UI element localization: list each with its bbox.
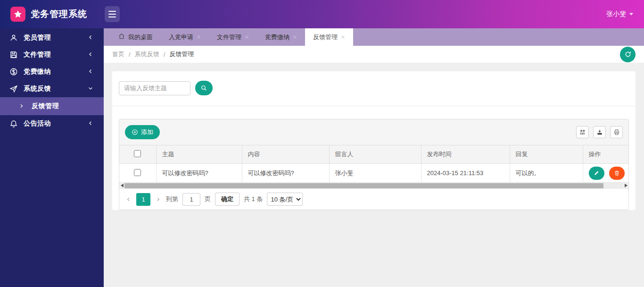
brand: 党务管理系统 [0, 7, 104, 22]
page-body: 添加 [104, 63, 644, 287]
columns-icon [579, 129, 586, 135]
refresh-button[interactable] [620, 47, 636, 62]
cell-subject: 可以修改密码吗? [156, 164, 242, 183]
next-page-button[interactable] [155, 196, 162, 203]
toolbar-icons [576, 126, 623, 138]
app-logo-icon [10, 7, 25, 22]
sidebar-item-files[interactable]: 文件管理 [0, 46, 104, 63]
tab-label: 我的桌面 [128, 33, 153, 42]
table-panel: 添加 [119, 119, 629, 210]
sidebar-item-label: 党费缴纳 [24, 68, 88, 76]
scroll-right-arrow[interactable] [623, 183, 628, 189]
user-menu[interactable]: 张小斐 [606, 10, 644, 18]
sidebar-item-label: 系统反馈 [24, 84, 88, 93]
row-checkbox[interactable] [134, 169, 141, 176]
close-icon[interactable] [197, 34, 201, 41]
cell-content: 可以修改密码吗? [242, 164, 329, 183]
select-all-header [119, 145, 156, 164]
username: 张小斐 [606, 10, 626, 18]
sidebar-item-announcements[interactable]: 公告活动 [0, 115, 104, 132]
tab-label: 文件管理 [217, 33, 241, 42]
chevron-down-icon [88, 85, 93, 93]
feedback-card: 添加 [112, 71, 636, 210]
tab-dues[interactable]: 党费缴纳 [257, 28, 305, 46]
close-icon[interactable] [293, 34, 297, 41]
add-button[interactable]: 添加 [125, 125, 160, 139]
total-count-label: 共 1 条 [244, 195, 263, 203]
pagination: 1 到第 页 确定 共 1 条 10 条/页 [119, 189, 628, 210]
breadcrumb: 首页 / 系统反馈 / 反馈管理 [112, 50, 194, 59]
page-size-select[interactable]: 10 条/页 [267, 193, 303, 206]
divider [112, 106, 636, 106]
tab-feedback-management[interactable]: 反馈管理 [305, 28, 353, 46]
scroll-left-arrow[interactable] [119, 183, 124, 189]
close-icon[interactable] [341, 34, 345, 41]
chevron-left-icon [126, 197, 131, 202]
horizontal-scrollbar [119, 183, 628, 189]
feedback-table: 主题 内容 留言人 发布时间 回复 操作 [119, 145, 628, 183]
plus-circle-icon [132, 129, 138, 135]
main: 党员管理 文件管理 党费缴纳 [0, 28, 644, 287]
breadcrumb-separator: / [164, 51, 165, 58]
tabbar: 我的桌面 入党申请 文件管理 党费缴纳 [104, 28, 644, 46]
sidebar-item-dues[interactable]: 党费缴纳 [0, 63, 104, 80]
print-icon [613, 129, 620, 135]
column-header-reply: 回复 [510, 145, 583, 164]
sidebar: 党员管理 文件管理 党费缴纳 [0, 28, 104, 287]
content: 我的桌面 入党申请 文件管理 党费缴纳 [104, 28, 644, 287]
user-icon [9, 34, 18, 42]
sidebar-item-label: 党员管理 [24, 34, 88, 42]
select-all-checkbox[interactable] [134, 150, 141, 157]
column-header-author: 留言人 [329, 145, 421, 164]
column-header-actions: 操作 [583, 145, 628, 164]
trash-icon [614, 170, 620, 176]
chevron-right-icon [19, 102, 24, 110]
row-select-cell [119, 164, 156, 183]
breadcrumb-home[interactable]: 首页 [112, 50, 124, 59]
page-unit-label: 页 [205, 195, 211, 203]
chevron-left-icon [88, 51, 93, 59]
sidebar-item-feedback[interactable]: 系统反馈 [0, 80, 104, 97]
chevron-left-icon [88, 34, 93, 42]
search-row [119, 71, 629, 106]
export-button[interactable] [593, 126, 606, 138]
app-title: 党务管理系统 [31, 8, 87, 20]
scrollbar-thumb[interactable] [124, 183, 603, 188]
cell-reply: 可以的。 [510, 164, 583, 183]
search-input[interactable] [119, 81, 190, 95]
scrollbar-track[interactable] [124, 183, 623, 189]
refresh-icon [624, 51, 632, 58]
prev-page-button[interactable] [125, 196, 132, 203]
print-button[interactable] [610, 126, 623, 138]
cell-time: 2024-03-15 21:11:53 [421, 164, 510, 183]
bell-icon [9, 119, 18, 128]
search-button[interactable] [195, 81, 213, 95]
sidebar-item-label: 文件管理 [24, 51, 88, 59]
table-row: 可以修改密码吗? 可以修改密码吗? 张小斐 2024-03-15 21:11:5… [119, 164, 628, 183]
save-icon [9, 51, 18, 59]
tab-application[interactable]: 入党申请 [161, 28, 209, 46]
edit-button[interactable] [589, 167, 604, 180]
chevron-left-icon [88, 68, 93, 76]
search-icon [200, 84, 207, 92]
confirm-button[interactable]: 确定 [215, 193, 239, 206]
sidebar-subitem-feedback-management[interactable]: 反馈管理 [0, 97, 104, 115]
column-header-content: 内容 [242, 145, 329, 164]
columns-toggle-button[interactable] [576, 126, 589, 138]
tab-files[interactable]: 文件管理 [209, 28, 257, 46]
sidebar-toggle-button[interactable] [105, 6, 120, 22]
table-header-row: 主题 内容 留言人 发布时间 回复 操作 [119, 145, 628, 164]
send-icon [9, 84, 18, 93]
caret-down-icon [629, 12, 634, 16]
header: 党务管理系统 张小斐 [0, 0, 644, 28]
sidebar-item-members[interactable]: 党员管理 [0, 29, 104, 46]
page-number-button[interactable]: 1 [136, 193, 150, 206]
goto-page-input[interactable] [182, 193, 200, 206]
breadcrumb-separator: / [129, 51, 131, 58]
tab-desktop[interactable]: 我的桌面 [110, 28, 161, 46]
tab-label: 反馈管理 [313, 33, 338, 42]
breadcrumb-section[interactable]: 系统反馈 [135, 50, 159, 59]
close-icon[interactable] [245, 34, 249, 41]
add-button-label: 添加 [141, 128, 153, 136]
delete-button[interactable] [609, 167, 625, 180]
